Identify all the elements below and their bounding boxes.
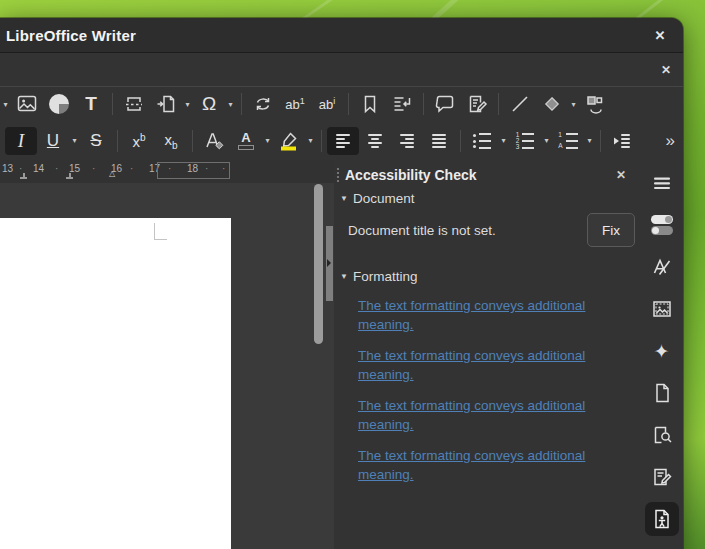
ruler-number: 13	[2, 163, 13, 174]
strikethrough-button[interactable]: S	[80, 127, 112, 155]
bookmark-icon	[358, 92, 382, 116]
special-character-dropdown-icon[interactable]: ▾	[225, 90, 236, 118]
collapse-triangle-icon: ▼	[340, 272, 348, 281]
insert-section-icon	[154, 92, 178, 116]
align-left-icon	[331, 129, 355, 153]
menubar-row: ✕	[0, 53, 683, 87]
underline-dropdown-icon[interactable]: ▾	[69, 127, 80, 155]
tab-sidebar-settings[interactable]	[645, 166, 679, 200]
special-character-button[interactable]: Ω	[193, 90, 225, 118]
document-section-header[interactable]: ▼ Document	[334, 188, 640, 209]
tab-properties[interactable]	[645, 208, 679, 242]
increase-indent-button[interactable]	[606, 127, 638, 155]
insert-section-button[interactable]	[150, 90, 182, 118]
panel-close-icon[interactable]: ✕	[610, 166, 632, 184]
style-inspector-icon	[650, 423, 674, 447]
tab-style-inspector[interactable]	[645, 418, 679, 452]
underline-button[interactable]: U	[37, 127, 69, 155]
basic-shapes-dropdown-icon[interactable]: ▾	[568, 90, 579, 118]
align-right-button[interactable]	[391, 127, 423, 155]
clear-formatting-button[interactable]	[198, 127, 230, 155]
tab-navigator[interactable]: ✦	[645, 334, 679, 368]
window-title: LibreOffice Writer	[6, 27, 136, 44]
justify-icon	[427, 129, 451, 153]
outline-list-dropdown-icon[interactable]: ▾	[584, 127, 595, 155]
titlebar: LibreOffice Writer ✕	[0, 18, 683, 53]
toolbar-separator	[498, 93, 499, 115]
panel-title: Accessibility Check	[345, 167, 477, 183]
tab-gallery[interactable]	[645, 292, 679, 326]
basic-shapes-button[interactable]	[536, 90, 568, 118]
bullet-list-dropdown-icon[interactable]: ▾	[498, 127, 509, 155]
insert-section-dropdown-icon[interactable]: ▾	[182, 90, 193, 118]
fix-button[interactable]: Fix	[587, 213, 635, 247]
toolbar-insert: ▾ T ▾	[0, 87, 683, 121]
subscript-button[interactable]: xb	[155, 127, 187, 155]
font-color-dropdown-icon[interactable]: ▾	[262, 127, 273, 155]
ruler-tabstop-marker[interactable]	[20, 173, 27, 179]
window-close-icon[interactable]: ✕	[649, 24, 671, 46]
justify-button[interactable]	[423, 127, 455, 155]
outline-list-button[interactable]: 1A	[552, 127, 584, 155]
strikethrough-icon: S	[90, 131, 101, 151]
cross-reference-icon	[390, 92, 414, 116]
tab-manage-changes[interactable]	[645, 460, 679, 494]
ruler-tick: ·	[92, 163, 95, 174]
font-color-button[interactable]: A	[230, 127, 262, 155]
insert-image-button[interactable]	[11, 90, 43, 118]
toolbar-separator	[423, 93, 424, 115]
insert-text-box-button[interactable]: T	[75, 90, 107, 118]
gallery-dropdown-icon[interactable]: ▾	[0, 90, 11, 118]
insert-chart-button[interactable]	[43, 90, 75, 118]
formatting-issue-link[interactable]: The text formatting conveys additional m…	[358, 296, 610, 334]
align-left-button[interactable]	[327, 127, 359, 155]
toggles-icon	[651, 215, 673, 235]
insert-bookmark-button[interactable]	[354, 90, 386, 118]
bullet-list-button[interactable]	[466, 127, 498, 155]
document-close-icon[interactable]: ✕	[661, 63, 671, 77]
insert-cross-reference-button[interactable]	[386, 90, 418, 118]
panel-grip-icon[interactable]	[337, 168, 339, 182]
numbered-list-dropdown-icon[interactable]: ▾	[541, 127, 552, 155]
insert-line-button[interactable]	[504, 90, 536, 118]
comment-icon	[433, 92, 457, 116]
align-center-button[interactable]	[359, 127, 391, 155]
numbered-list-button[interactable]: 123	[509, 127, 541, 155]
superscript-button[interactable]: xb	[123, 127, 155, 155]
toolbar-separator	[112, 93, 113, 115]
hamburger-menu-icon	[650, 171, 674, 195]
highlight-dropdown-icon[interactable]: ▾	[305, 127, 316, 155]
outline-list-icon: 1A	[558, 132, 577, 149]
page-break-button[interactable]	[118, 90, 150, 118]
formatting-issue-link[interactable]: The text formatting conveys additional m…	[358, 446, 610, 484]
sidebar-tab-strip: ✦	[640, 160, 683, 549]
gallery-icon	[650, 297, 674, 321]
formatting-issue-list: The text formatting conveys additional m…	[334, 287, 640, 484]
track-changes-button[interactable]	[461, 90, 493, 118]
highlight-color-button[interactable]	[273, 127, 305, 155]
sidebar-splitter-handle[interactable]	[326, 226, 333, 301]
accessibility-check-panel: Accessibility Check ✕ ▼ Document Documen…	[334, 160, 640, 549]
toolbar-overflow-icon[interactable]: »	[666, 131, 675, 151]
insert-footnote-button[interactable]: ab1	[279, 90, 311, 118]
insert-hyperlink-button[interactable]	[247, 90, 279, 118]
ruler-tabstop-marker[interactable]	[66, 173, 73, 179]
vertical-scrollbar-thumb[interactable]	[314, 184, 323, 344]
hyperlink-icon	[251, 92, 275, 116]
formatting-section-header[interactable]: ▼ Formatting	[334, 266, 640, 287]
tab-page[interactable]	[645, 376, 679, 410]
tab-styles[interactable]	[645, 250, 679, 284]
italic-button[interactable]: I	[5, 127, 37, 155]
formatting-issue-link[interactable]: The text formatting conveys additional m…	[358, 396, 610, 434]
formatting-issue-link[interactable]: The text formatting conveys additional m…	[358, 346, 610, 384]
show-draw-functions-button[interactable]	[579, 90, 611, 118]
ruler-indent-marker[interactable]: △	[109, 169, 115, 178]
tab-accessibility-check[interactable]	[645, 502, 679, 536]
omega-icon: Ω	[202, 93, 216, 115]
insert-endnote-button[interactable]: abi	[311, 90, 343, 118]
insert-comment-button[interactable]	[429, 90, 461, 118]
ruler-tick: ·	[55, 163, 58, 174]
horizontal-ruler[interactable]: 13 14 15 16 17 18 · · · · · · · △	[0, 160, 334, 183]
endnote-icon: abi	[319, 96, 335, 112]
document-page[interactable]	[0, 218, 231, 549]
